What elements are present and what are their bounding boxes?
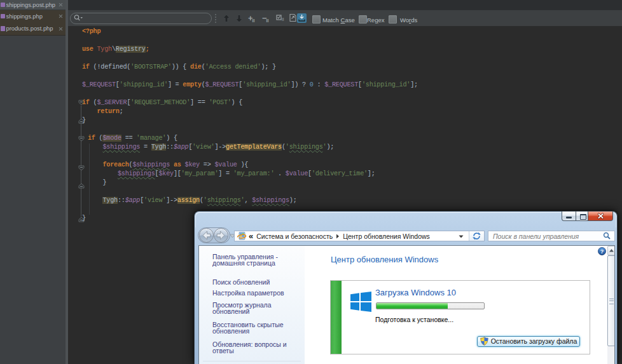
svg-text:II: II [282, 17, 284, 22]
svg-text:?: ? [600, 248, 604, 255]
